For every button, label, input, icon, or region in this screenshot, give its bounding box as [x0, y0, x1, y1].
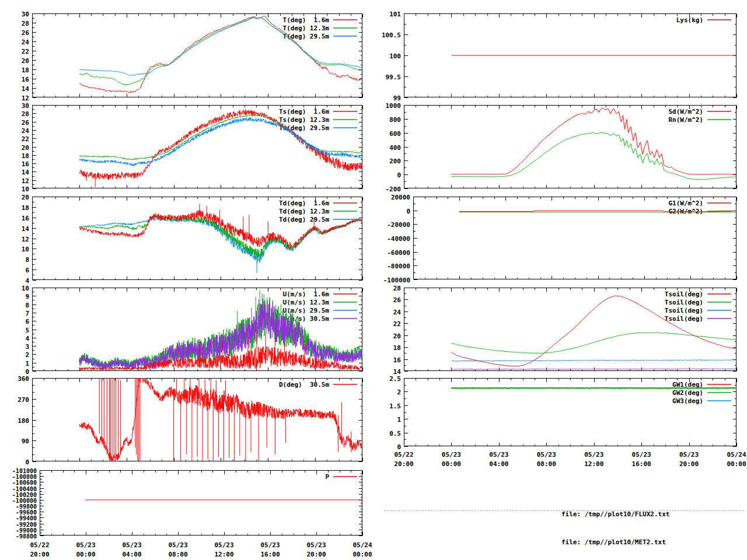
svg-text:04:00: 04:00	[122, 551, 141, 558]
svg-text:GW3(deg): GW3(deg)	[672, 397, 703, 405]
panel-wind-direction: 090180270360D(deg) 30.5m	[18, 375, 362, 466]
svg-text:400: 400	[389, 144, 401, 152]
svg-text:0: 0	[25, 459, 29, 466]
chart-canvas: 12141618202224262830T(deg) 1.6mT(deg) 12…	[0, 0, 747, 560]
svg-text:90: 90	[22, 438, 29, 445]
svg-text:Td(deg) 29.5m: Td(deg) 29.5m	[279, 216, 329, 223]
svg-text:05/23: 05/23	[260, 541, 280, 549]
svg-text:18: 18	[22, 66, 29, 74]
svg-text:24: 24	[393, 309, 402, 316]
svg-text:360: 360	[18, 375, 29, 383]
svg-text:28: 28	[22, 20, 29, 27]
svg-text:0.5: 0.5	[389, 430, 401, 438]
panel-radiation: -20002004006008001000Sd(W/m^2)Rn(W/m^2)	[386, 102, 737, 193]
panel-wind-direction-series	[79, 378, 362, 461]
svg-text:30: 30	[22, 102, 29, 110]
svg-text:20: 20	[393, 332, 401, 340]
svg-text:200: 200	[389, 158, 401, 165]
svg-text:05/23: 05/23	[632, 451, 651, 459]
svg-text:G1(W/m^2): G1(W/m^2)	[668, 200, 703, 207]
svg-text:16: 16	[22, 160, 30, 168]
source-file-list: file: /tmp//plot10/FLUX2.txt file: /tmp/…	[561, 491, 669, 560]
svg-text:16: 16	[393, 356, 402, 364]
svg-text:28: 28	[393, 285, 401, 292]
svg-text:05/23: 05/23	[122, 541, 141, 549]
svg-text:2.5: 2.5	[389, 375, 401, 383]
svg-text:5: 5	[25, 327, 29, 334]
svg-text:9: 9	[25, 293, 29, 300]
svg-text:05/23: 05/23	[442, 451, 461, 459]
svg-text:18: 18	[393, 344, 401, 352]
svg-text:2: 2	[397, 388, 401, 396]
svg-text:16:00: 16:00	[632, 460, 651, 468]
svg-text:05/22: 05/22	[394, 451, 413, 459]
svg-text:05/23: 05/23	[584, 451, 603, 459]
svg-text:Rn(W/m^2): Rn(W/m^2)	[668, 116, 703, 124]
svg-text:-60000: -60000	[387, 249, 410, 257]
svg-text:10: 10	[22, 246, 29, 253]
svg-text:-40000: -40000	[387, 235, 410, 243]
svg-text:600: 600	[389, 130, 401, 138]
svg-text:-100000: -100000	[12, 498, 37, 504]
svg-text:14: 14	[22, 169, 30, 176]
svg-text:99: 99	[393, 94, 401, 102]
svg-text:12:00: 12:00	[584, 460, 603, 468]
svg-text:-100400: -100400	[12, 486, 37, 492]
svg-text:28: 28	[22, 110, 29, 118]
svg-text:1000: 1000	[386, 102, 402, 110]
svg-text:18: 18	[22, 152, 29, 160]
panel-soil-temperature: 1416182022242628Tsoil(deg)Tsoil(deg)Tsoi…	[393, 285, 737, 376]
svg-text:Tsoil(deg): Tsoil(deg)	[665, 315, 703, 323]
svg-text:24: 24	[22, 127, 30, 135]
svg-text:22: 22	[393, 320, 401, 328]
gnuplot-multiplot-window: 12141618202224262830T(deg) 1.6mT(deg) 12…	[0, 0, 747, 560]
svg-text:05/22: 05/22	[30, 541, 49, 549]
svg-text:Td(deg) 12.3m: Td(deg) 12.3m	[279, 208, 329, 215]
svg-text:10: 10	[22, 186, 29, 193]
svg-text:180: 180	[18, 417, 29, 425]
svg-text:18: 18	[22, 204, 29, 212]
separator-dashed-line	[384, 510, 743, 511]
svg-text:T(deg) 1.6m: T(deg) 1.6m	[283, 16, 330, 24]
svg-text:6: 6	[25, 318, 29, 326]
svg-text:-100600: -100600	[12, 480, 37, 486]
svg-text:16: 16	[22, 76, 30, 83]
svg-text:20:00: 20:00	[306, 551, 326, 558]
svg-text:-101000: -101000	[12, 468, 37, 474]
svg-text:05/23: 05/23	[679, 451, 699, 459]
source-file-line-1: file: /tmp//plot10/FLUX2.txt	[561, 510, 669, 519]
svg-text:T(deg) 12.3m: T(deg) 12.3m	[283, 24, 330, 32]
svg-text:3: 3	[25, 343, 29, 351]
svg-text:22: 22	[22, 48, 29, 55]
svg-text:6: 6	[25, 267, 29, 274]
svg-text:00:00: 00:00	[727, 460, 746, 468]
svg-text:99.5: 99.5	[386, 74, 402, 81]
svg-text:00:00: 00:00	[442, 460, 461, 468]
source-file-line-2: file: /tmp//plot10/MET2.txt	[561, 538, 669, 547]
svg-text:24: 24	[22, 38, 30, 46]
svg-text:20: 20	[22, 194, 29, 201]
svg-text:20: 20	[22, 144, 29, 152]
svg-text:0: 0	[406, 208, 410, 215]
svg-text:-100800: -100800	[12, 474, 37, 480]
svg-text:2: 2	[25, 351, 29, 359]
svg-text:05/23: 05/23	[537, 451, 556, 459]
svg-text:12: 12	[22, 177, 29, 185]
svg-text:05/24: 05/24	[727, 451, 746, 459]
svg-text:20:00: 20:00	[394, 460, 413, 468]
svg-text:Lys(kg): Lys(kg)	[676, 16, 703, 24]
svg-text:Sd(W/m^2): Sd(W/m^2)	[668, 108, 703, 116]
svg-text:26: 26	[393, 296, 402, 304]
svg-text:05/23: 05/23	[76, 541, 95, 549]
svg-text:-99000: -99000	[16, 527, 37, 534]
svg-text:-99200: -99200	[16, 522, 37, 528]
svg-text:1: 1	[397, 416, 401, 424]
svg-text:20:00: 20:00	[30, 551, 49, 558]
svg-text:Td(deg) 1.6m: Td(deg) 1.6m	[279, 200, 329, 207]
svg-text:10: 10	[22, 285, 29, 292]
svg-text:08:00: 08:00	[168, 551, 187, 558]
svg-text:101: 101	[389, 10, 401, 18]
svg-text:0: 0	[397, 443, 401, 451]
svg-text:-99800: -99800	[16, 503, 37, 510]
svg-text:8: 8	[25, 256, 29, 264]
